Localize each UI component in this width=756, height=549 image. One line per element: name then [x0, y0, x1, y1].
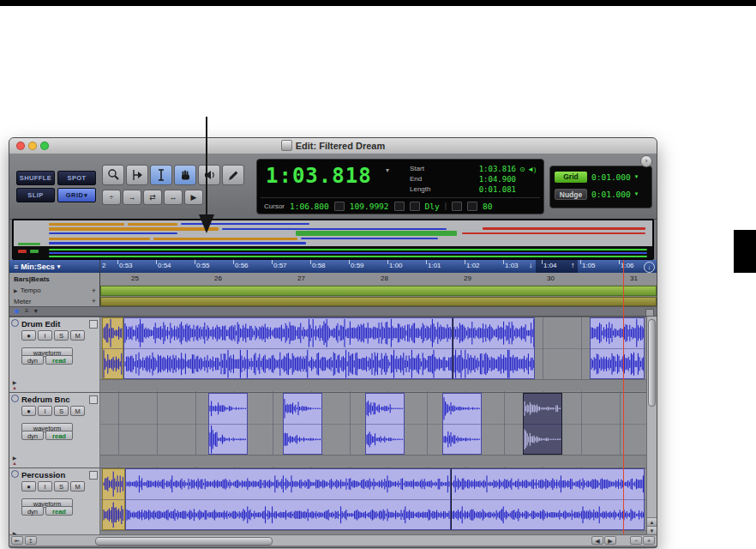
scroll-right-button[interactable]: ▶: [604, 536, 616, 545]
zoom-tool-button[interactable]: [102, 165, 124, 185]
meter-icon[interactable]: [394, 202, 405, 211]
nudge-value[interactable]: 0:01.000: [591, 190, 631, 199]
zoom-out-button[interactable]: −: [630, 536, 642, 545]
tempo-readout[interactable]: 109.9992: [350, 202, 389, 211]
audio-region[interactable]: [590, 317, 645, 379]
scroll-up-button[interactable]: ▲: [647, 517, 657, 526]
tab-to-transient-button[interactable]: →: [123, 190, 141, 205]
sort-icon[interactable]: ≡: [25, 307, 29, 316]
grid-mini-icon[interactable]: [467, 202, 477, 211]
audio-region[interactable]: [453, 317, 535, 379]
drum-edit-lanes[interactable]: [100, 317, 646, 392]
solo-button[interactable]: S: [54, 481, 69, 492]
meter-add-button[interactable]: +: [92, 297, 96, 305]
scroll-left-button[interactable]: ◀: [591, 536, 603, 545]
selector-tool-button[interactable]: [150, 165, 172, 185]
audio-region[interactable]: [442, 393, 482, 455]
main-counter-value[interactable]: 1:03.818: [266, 164, 372, 188]
trim-tool-button[interactable]: [126, 165, 148, 185]
audio-region[interactable]: [125, 468, 451, 530]
zoom-toggle-button[interactable]: ÷: [102, 190, 121, 205]
nudge-caret[interactable]: ▾: [635, 190, 639, 197]
automation-lane-disclosure-icon[interactable]: ▶: [13, 455, 17, 461]
redrum-bnc-lanes[interactable]: [100, 393, 646, 468]
tempo-ruler-lane[interactable]: [100, 285, 657, 296]
automation-mode-button[interactable]: read: [45, 431, 73, 440]
minsecs-ruler-lane[interactable]: 2 ↓ ↑ ↓ 0:530:540:550:560:570:580:591:00…: [100, 260, 657, 273]
tempo-add-button[interactable]: +: [92, 287, 96, 295]
track-name[interactable]: Redrum Bnc: [21, 395, 69, 404]
universe-overview[interactable]: [12, 219, 654, 260]
minsecs-ruler-label[interactable]: ≡ Min:Secs ▾: [9, 260, 100, 273]
automation-lane[interactable]: [100, 379, 646, 391]
spot-mode-button[interactable]: SPOT: [57, 171, 96, 185]
selection-end-marker[interactable]: ↑: [571, 261, 575, 269]
click-icon[interactable]: [410, 202, 420, 211]
audio-region[interactable]: [123, 317, 453, 379]
main-counter-caret[interactable]: ▾: [386, 166, 389, 174]
bars-ruler-label[interactable]: Bars|Beats: [9, 273, 100, 285]
automation-lane-disclosure-icon[interactable]: ▶: [13, 379, 17, 385]
track-collapse-icon[interactable]: [11, 319, 19, 327]
solo-button[interactable]: S: [54, 330, 69, 341]
horizontal-scrollbar[interactable]: ⇤ ↥ ◀ ▶ − +: [9, 534, 657, 546]
pre-roll-value[interactable]: 80: [483, 202, 492, 211]
scrubber-tool-button[interactable]: [198, 165, 220, 185]
meter-ruler-lane[interactable]: [100, 296, 657, 306]
grabber-tool-button[interactable]: [174, 165, 196, 185]
zoom-in-button[interactable]: +: [643, 536, 655, 545]
mute-button[interactable]: M: [70, 330, 85, 341]
audio-region[interactable]: [365, 393, 405, 455]
track-list-icon[interactable]: ◉: [14, 307, 20, 316]
playlist-selector-button[interactable]: [89, 395, 98, 404]
tempo-disclosure-icon[interactable]: ▶: [14, 287, 18, 293]
automation-mode-button[interactable]: read: [45, 355, 73, 365]
audio-region[interactable]: [102, 468, 125, 530]
solo-button[interactable]: S: [54, 406, 69, 416]
automation-lane-button[interactable]: dyn: [21, 355, 44, 365]
automation-mode-button[interactable]: read: [45, 506, 73, 516]
insertion-follows-playback-button[interactable]: ▶: [184, 190, 203, 205]
scroll-down-button[interactable]: ▼: [647, 526, 657, 534]
track-collapse-icon[interactable]: [11, 395, 19, 402]
audio-region[interactable]: [208, 393, 248, 455]
record-enable-button[interactable]: ●: [21, 330, 36, 341]
toolbar-menu-button[interactable]: ›: [640, 155, 652, 167]
vertical-scroll-thumb[interactable]: [648, 319, 656, 407]
window-titlebar[interactable]: Edit: Filtered Dream: [9, 138, 657, 154]
go-to-start-button[interactable]: ⇤: [11, 536, 23, 545]
pencil-tool-button[interactable]: [222, 165, 244, 185]
slip-mode-button[interactable]: SLIP: [16, 188, 55, 202]
percussion-lanes[interactable]: [100, 468, 646, 534]
scroll-home-button[interactable]: ↥: [25, 536, 37, 545]
input-monitor-button[interactable]: I: [38, 481, 52, 492]
ruler-end-button[interactable]: ↓: [644, 262, 655, 273]
mute-button[interactable]: M: [70, 406, 85, 416]
end-value[interactable]: 1:04.900: [479, 174, 516, 184]
automation-lane-button[interactable]: dyn: [21, 506, 44, 516]
input-monitor-button[interactable]: I: [38, 406, 52, 416]
audio-region[interactable]: [283, 393, 322, 455]
automation-lane[interactable]: [100, 455, 646, 467]
tempo-ruler-label[interactable]: ▶ Tempo +: [9, 285, 100, 296]
track-height-icon[interactable]: ▾: [34, 307, 38, 316]
input-monitor-button[interactable]: I: [38, 330, 52, 341]
automation-lane-button[interactable]: dyn: [21, 431, 44, 440]
bars-ruler-lane[interactable]: 25262728293031: [100, 273, 657, 285]
record-enable-button[interactable]: ●: [21, 481, 36, 492]
start-value[interactable]: 1:03.816: [479, 164, 516, 174]
record-enable-button[interactable]: ●: [21, 406, 36, 416]
link-timeline-edit-button[interactable]: ⇄: [143, 190, 162, 205]
strip-corner-box[interactable]: [645, 309, 654, 317]
vertical-scrollbar[interactable]: ▲ ▼: [646, 317, 657, 534]
length-value[interactable]: 0:01.081: [479, 184, 516, 195]
track-name[interactable]: Drum Edit: [21, 319, 60, 329]
audio-region[interactable]: [102, 317, 123, 379]
nudge-value-button[interactable]: Nudge: [555, 189, 587, 200]
grid-value-button[interactable]: Grid: [555, 172, 587, 183]
grid-value[interactable]: 0:01.000: [591, 172, 631, 182]
grid-caret[interactable]: ▾: [635, 173, 639, 180]
timeline-insertion-icon[interactable]: [334, 202, 345, 211]
mute-button[interactable]: M: [70, 481, 85, 492]
audio-region-selected[interactable]: [523, 393, 562, 455]
